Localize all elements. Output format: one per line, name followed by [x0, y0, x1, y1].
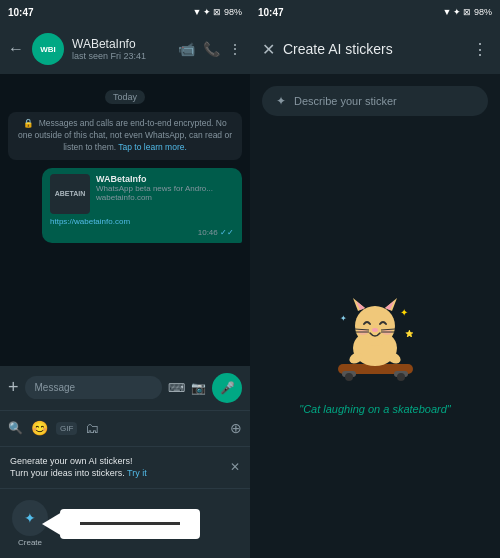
cat-sticker-svg: ✦ ✦ ⭐: [320, 276, 430, 386]
close-button[interactable]: ✕: [262, 40, 275, 59]
time-right: 10:47: [258, 7, 284, 18]
sticker-icon[interactable]: 🗂: [85, 420, 99, 436]
contact-avatar: WBI: [32, 33, 64, 65]
svg-point-6: [355, 306, 395, 346]
message-text-area: WABetaInfo WhatsApp beta news for Andro.…: [96, 174, 234, 202]
voice-call-icon[interactable]: 📞: [203, 41, 220, 57]
describe-placeholder: Describe your sticker: [294, 95, 397, 107]
message-sender: WABetaInfo: [96, 174, 234, 184]
status-bar-right: 10:47 ▼ ✦ ⊠ 98%: [250, 0, 500, 24]
keyboard-icon[interactable]: ⌨: [168, 381, 185, 395]
emoji-bar: 🔍 😊 GIF 🗂 ⊕: [0, 410, 250, 446]
ai-banner-main: Generate your own AI stickers!: [10, 456, 133, 466]
signal-icon: ▼: [193, 7, 202, 17]
lock-icon: 🔒: [23, 118, 34, 128]
sticker-bar: ✦ Create: [0, 488, 250, 558]
video-call-icon[interactable]: 📹: [178, 41, 195, 57]
battery-icon-r: ⊠ 98%: [463, 7, 492, 17]
message-content: ABETAIN WABetaInfo WhatsApp beta news fo…: [50, 174, 234, 214]
message-domain: wabetainfo.com: [96, 193, 234, 202]
back-button[interactable]: ←: [8, 40, 24, 58]
signal-icon-r: ▼: [443, 7, 452, 17]
system-message: 🔒 Messages and calls are end-to-end encr…: [8, 112, 242, 160]
message-bubble: ABETAIN WABetaInfo WhatsApp beta news fo…: [42, 168, 242, 243]
chat-header: ← WBI WABetaInfo last seen Fri 23:41 📹 📞…: [0, 24, 250, 74]
arrow-left: [42, 512, 62, 536]
status-icons-left: ▼ ✦ ⊠ 98%: [193, 7, 242, 17]
ai-banner-sub: Turn your ideas into stickers.: [10, 468, 125, 478]
wifi-icon: ✦: [203, 7, 211, 17]
contact-info: WABetaInfo last seen Fri 23:41: [72, 37, 170, 61]
more-options-icon[interactable]: ⋮: [228, 41, 242, 57]
message-link[interactable]: https://wabetainfo.com: [50, 217, 234, 226]
expand-emoji-icon[interactable]: ⊕: [230, 420, 242, 436]
arrow-line: [80, 522, 180, 525]
svg-text:✦: ✦: [340, 314, 347, 323]
svg-point-4: [397, 373, 405, 381]
learn-more-link[interactable]: Tap to learn more.: [118, 142, 187, 152]
gif-button[interactable]: GIF: [56, 422, 77, 435]
right-panel: 10:47 ▼ ✦ ⊠ 98% ✕ Create AI stickers ⋮ ✦…: [250, 0, 500, 558]
battery-icon: ⊠ 98%: [213, 7, 242, 17]
message-ticks: ✓✓: [220, 228, 234, 237]
attach-button[interactable]: +: [8, 377, 19, 398]
mic-button[interactable]: 🎤: [212, 373, 242, 403]
chat-body: Today 🔒 Messages and calls are end-to-en…: [0, 74, 250, 366]
camera-icon[interactable]: 📷: [191, 381, 206, 395]
message-placeholder: Message: [35, 382, 76, 393]
sparkle-icon: ✦: [276, 94, 286, 108]
sticker-image: ✦ ✦ ⭐: [315, 271, 435, 391]
describe-sticker-input[interactable]: ✦ Describe your sticker: [262, 86, 488, 116]
create-ai-header: ✕ Create AI stickers ⋮: [250, 24, 500, 74]
sticker-caption: "Cat laughing on a skateboard": [299, 403, 451, 415]
try-it-link[interactable]: Try it: [127, 468, 147, 478]
svg-text:⭐: ⭐: [405, 329, 414, 338]
wifi-icon-r: ✦: [453, 7, 461, 17]
emoji-search-icon[interactable]: 🔍: [8, 421, 23, 435]
create-ai-title: Create AI stickers: [283, 41, 464, 57]
left-panel: 10:47 ▼ ✦ ⊠ 98% ← WBI WABetaInfo last se…: [0, 0, 250, 558]
time-left: 10:47: [8, 7, 34, 18]
contact-name: WABetaInfo: [72, 37, 170, 51]
ai-sticker-banner: Generate your own AI stickers! Turn your…: [0, 446, 250, 488]
chat-input-area: + Message ⌨ 📷 🎤: [0, 366, 250, 410]
message-thumbnail: ABETAIN: [50, 174, 90, 214]
message-subtitle: WhatsApp beta news for Andro...: [96, 184, 234, 193]
message-input[interactable]: Message: [25, 376, 162, 399]
describe-input-area: ✦ Describe your sticker: [250, 74, 500, 128]
status-icons-right: ▼ ✦ ⊠ 98%: [443, 7, 492, 17]
svg-text:✦: ✦: [400, 307, 408, 318]
header-actions: 📹 📞 ⋮: [178, 41, 242, 57]
svg-point-11: [372, 328, 378, 332]
more-options-button[interactable]: ⋮: [472, 40, 488, 59]
message-time: 10:46 ✓✓: [50, 228, 234, 237]
contact-status: last seen Fri 23:41: [72, 51, 170, 61]
emoji-icon[interactable]: 😊: [31, 420, 48, 436]
sticker-preview-area: ✦ ✦ ⭐ "Cat laughing on a skateboard": [250, 128, 500, 558]
date-badge: Today: [8, 86, 242, 104]
ai-banner-text: Generate your own AI stickers! Turn your…: [10, 455, 224, 480]
banner-close-button[interactable]: ✕: [230, 460, 240, 474]
arrow-indicator: [60, 509, 200, 539]
status-bar-left: 10:47 ▼ ✦ ⊠ 98%: [0, 0, 250, 24]
svg-point-3: [345, 373, 353, 381]
create-label: Create: [18, 538, 42, 547]
